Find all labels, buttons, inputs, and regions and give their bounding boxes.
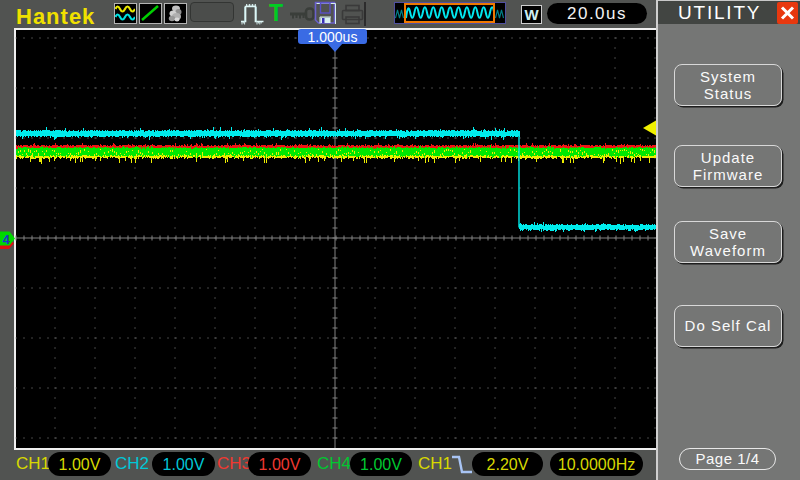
svg-text:1.000us: 1.000us	[308, 29, 358, 45]
svg-text:4: 4	[3, 232, 11, 247]
